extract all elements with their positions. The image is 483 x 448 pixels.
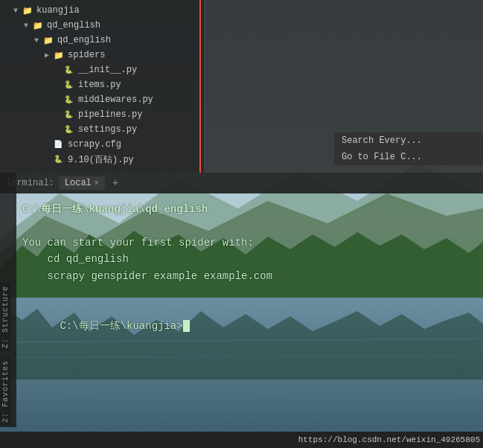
tree-item-qd-english-outer[interactable]: ▼ 📁 qd_english [0,18,204,33]
tree-item-settings[interactable]: 🐍 settings.py [0,122,204,137]
tree-item-scrapy-cfg[interactable]: 📄 scrapy.cfg [0,137,204,152]
folder-icon: 📁 [43,36,55,45]
terminal-cursor [183,320,190,332]
expand-arrow: ▼ [13,7,22,15]
goto-menu-label: Go to File C... [342,152,422,162]
status-url: https://blog.csdn.net/weixin_49265805 [298,435,483,444]
terminal-line-prompt1: You can start your first spider with: [22,234,461,251]
search-menu-item-goto[interactable]: Go to File C... [334,149,483,165]
no-arrow [45,141,54,149]
tree-label: middlewares.py [78,95,153,105]
no-arrow [55,111,64,119]
terminal-tab-name: Local [65,178,92,188]
folder-icon: 📁 [22,6,34,15]
file-tree: ▼ 📁 kuangjia ▼ 📁 qd_english ▼ 📁 qd_engli… [0,0,204,170]
search-menu-item-search[interactable]: Search Every... [334,132,483,149]
tree-item-last[interactable]: 🐍 9.10(百钻).py [0,152,204,167]
tree-label: qd_english [57,35,111,45]
no-arrow [55,66,64,74]
expand-arrow: ▼ [24,22,33,30]
py-file-icon: 🐍 [54,155,65,164]
tree-label: scrapy.cfg [68,139,121,150]
folder-icon: 📁 [33,21,45,30]
tree-item-qd-english-inner[interactable]: ▼ 📁 qd_english [0,33,204,48]
cfg-file-icon: 📄 [54,140,65,149]
terminal-area: Terminal: Local × + C:\每日一练\kuangjia\qd_… [0,173,483,448]
py-file-icon: 🐍 [64,110,76,119]
tree-label: settings.py [78,124,137,135]
tree-item-spiders[interactable]: ▶ 📁 spiders [0,48,204,63]
expand-arrow: ▶ [45,51,54,60]
terminal-tab-local[interactable]: Local × [59,176,105,190]
tree-item-kuangjia[interactable]: ▼ 📁 kuangjia [0,3,204,18]
side-label-structure: Z: Structure [0,283,11,351]
folder-icon: 📁 [54,51,65,60]
terminal-line-cmd1: cd qd_english [22,251,461,267]
tree-label: 9.10(百钻).py [68,153,134,166]
tree-item-init[interactable]: 🐍 __init__.py [0,63,204,77]
terminal-prompt-line: C:\每日一练\kuangjia> [22,301,461,351]
no-arrow [45,156,54,164]
tree-label: kuangjia [36,5,80,16]
file-tree-panel: ▼ 📁 kuangjia ▼ 📁 qd_english ▼ 📁 qd_engli… [0,0,205,173]
terminal-line-cmd2: scrapy genspider example example.com [22,268,461,284]
tree-item-items[interactable]: 🐍 items.py [0,77,204,92]
terminal-line-blank2 [22,284,461,301]
side-label-favorites: 2: Favorites [0,357,11,426]
tree-label: qd_english [47,20,100,31]
py-file-icon: 🐍 [64,65,76,74]
right-panel-top: Search Every... Go to File C... [205,0,483,173]
no-arrow [55,126,64,134]
terminal-line-path: C:\每日一练\kuangjia\qd_english [22,201,461,217]
no-arrow [55,81,64,89]
expand-arrow: ▼ [34,36,43,45]
terminal-tab-close[interactable]: × [95,179,99,188]
tree-item-pipelines[interactable]: 🐍 pipelines.py [0,107,204,122]
py-file-icon: 🐍 [64,125,76,134]
tree-label: items.py [78,80,121,90]
no-arrow [55,96,64,104]
tree-label: __init__.py [78,65,137,75]
py-file-icon: 🐍 [64,95,76,104]
status-bar: https://blog.csdn.net/weixin_49265805 [0,432,483,448]
search-menu: Search Every... Go to File C... [334,132,483,165]
terminal-prompt: C:\每日一练\kuangjia> [60,320,182,332]
tree-label: spiders [68,50,105,60]
terminal-line-blank1 [22,217,461,234]
tree-label: pipelines.py [78,109,142,120]
terminal-add-button[interactable]: + [109,177,121,189]
tree-item-middlewares[interactable]: 🐍 middlewares.py [0,92,204,107]
py-file-icon: 🐍 [64,80,76,89]
search-menu-label: Search Every... [342,135,422,146]
red-divider-line [199,0,201,173]
terminal-tab-bar: Terminal: Local × + [0,173,483,193]
terminal-content: C:\每日一练\kuangjia\qd_english You can star… [0,193,483,448]
